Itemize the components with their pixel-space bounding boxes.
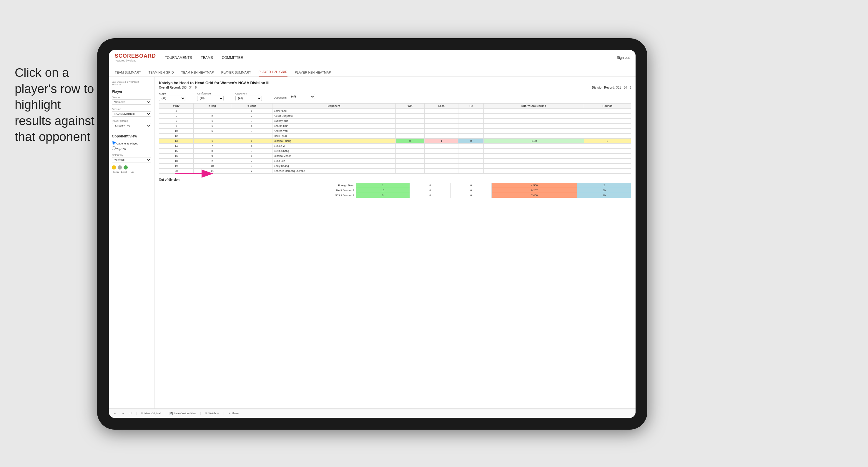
- tablet-frame: SCOREBOARD Powered by clippd TOURNAMENTS…: [97, 38, 647, 430]
- tab-team-summary[interactable]: TEAM SUMMARY: [115, 71, 141, 76]
- main-content: Last Updated: 27/03/2024 16:55:28 Player…: [109, 77, 636, 408]
- table-row[interactable]: 1474Eunice Yi: [159, 144, 631, 149]
- table-row[interactable]: 31Esther Lee: [159, 108, 631, 114]
- nav-tournaments[interactable]: TOURNAMENTS: [165, 54, 192, 61]
- col-reg: # Reg: [193, 103, 231, 108]
- redo-btn[interactable]: →: [120, 411, 125, 415]
- region-select[interactable]: (All): [159, 96, 185, 101]
- out-title: Out of division: [159, 178, 631, 181]
- instruction-text: Click on a player's row to highlight res…: [15, 65, 97, 145]
- nav-teams[interactable]: TEAMS: [201, 54, 213, 61]
- logo-text: SCOREBOARD: [115, 53, 156, 59]
- logo-sub: Powered by clippd: [115, 59, 156, 62]
- dot-level: [118, 165, 122, 169]
- col-rounds: Rounds: [584, 103, 631, 108]
- table-row[interactable]: 1585Stella Chang: [159, 149, 631, 154]
- colour-by-select[interactable]: Win/loss: [112, 157, 151, 162]
- player-rank-label: Player (Rank): [112, 120, 151, 122]
- out-table-row[interactable]: NAIA Division 115009.26730: [159, 188, 631, 193]
- table-row[interactable]: 522Alexis Sudjianto: [159, 114, 631, 119]
- col-opponent: Opponent: [272, 103, 396, 108]
- sidebar: Last Updated: 27/03/2024 16:55:28 Player…: [109, 77, 154, 408]
- tab-player-h2h-grid[interactable]: PLAYER H2H GRID: [259, 70, 287, 76]
- col-conf: # Conf: [231, 103, 272, 108]
- opponent-option-played[interactable]: Opponents Played: [112, 141, 151, 145]
- out-table-row[interactable]: Foreign Team1004.5002: [159, 183, 631, 188]
- tab-team-h2h-heatmap[interactable]: TEAM H2H HEATMAP: [181, 71, 214, 76]
- col-diff: Diff Av Strokes/Rnd: [484, 103, 584, 108]
- table-row[interactable]: 1691Jessica Mason: [159, 154, 631, 159]
- label-down: Down: [112, 171, 120, 173]
- player-section-title: Player: [112, 89, 151, 94]
- player-rank-select[interactable]: 8. Katelyn Vo: [112, 123, 151, 128]
- label-up: Up: [128, 171, 136, 173]
- opponent-view-title: Opponent view: [112, 134, 151, 138]
- bottom-toolbar: ← → ↺ | 👁 View: Original | 💾 Save Custom…: [109, 408, 636, 418]
- table-title: Katelyn Vo Head-to-Head Grid for Women's…: [159, 81, 631, 85]
- share-btn[interactable]: ↗ Share: [227, 411, 240, 415]
- colour-by-label: Colour by: [112, 154, 151, 157]
- out-table-row[interactable]: NCAA Division 25007.40010: [159, 193, 631, 198]
- col-loss: Loss: [425, 103, 458, 108]
- opponents-select[interactable]: (All): [289, 94, 315, 99]
- conference-select[interactable]: (All): [197, 96, 224, 101]
- opponents-filter-label: Opponents:: [274, 96, 287, 99]
- sign-out-link[interactable]: Sign out: [612, 56, 630, 60]
- opponent-filter: Opponent (All): [236, 92, 262, 101]
- top-nav: SCOREBOARD Powered by clippd TOURNAMENTS…: [109, 50, 636, 65]
- dot-up: [124, 165, 128, 169]
- sep2: |: [165, 412, 165, 415]
- nav-links: TOURNAMENTS TEAMS COMMITTEE: [165, 54, 612, 61]
- opponent-option-top100[interactable]: Top 100: [112, 146, 151, 151]
- tab-player-h2h-heatmap[interactable]: PLAYER H2H HEATMAP: [295, 71, 331, 76]
- opponent-label: Opponent: [236, 92, 262, 95]
- sep3: |: [200, 412, 201, 415]
- conference-label: Conference: [197, 92, 224, 95]
- tab-player-summary[interactable]: PLAYER SUMMARY: [221, 71, 251, 76]
- sep1: |: [136, 412, 136, 415]
- table-area: Katelyn Vo Head-to-Head Grid for Women's…: [154, 77, 636, 408]
- label-level: Level: [120, 171, 128, 173]
- division-label: Division: [112, 108, 151, 111]
- opponent-select[interactable]: (All): [236, 96, 262, 101]
- col-div: # Div: [159, 103, 194, 108]
- view-original-btn[interactable]: 👁 View: Original: [140, 411, 161, 415]
- table-row[interactable]: 19106Emily Chang: [159, 164, 631, 168]
- reset-btn[interactable]: ↺: [128, 411, 133, 415]
- legend-dots: [112, 165, 151, 169]
- tablet-screen: SCOREBOARD Powered by clippd TOURNAMENTS…: [109, 50, 636, 418]
- table-row[interactable]: 12Heeji Hyun: [159, 133, 631, 138]
- save-custom-view-btn[interactable]: 💾 Save Custom View: [168, 411, 197, 415]
- out-table: Foreign Team1004.5002NAIA Division 11500…: [159, 183, 631, 198]
- tab-team-h2h-grid[interactable]: TEAM H2H GRID: [149, 71, 174, 76]
- sep4: |: [223, 412, 224, 415]
- col-tie: Tie: [458, 103, 484, 108]
- overall-record: Overall Record: 353 - 34 - 6: [159, 86, 196, 89]
- logo-area: SCOREBOARD Powered by clippd: [115, 53, 156, 62]
- division-record: Division Record: 331 - 34 - 6: [592, 86, 631, 89]
- dot-labels: Down Level Up: [112, 171, 151, 173]
- conference-filter: Conference (All): [197, 92, 224, 101]
- table-row[interactable]: 1311Jessica Huang010-3.002: [159, 138, 631, 144]
- table-row[interactable]: 914Sharon Mun: [159, 124, 631, 129]
- last-updated: Last Updated: 27/03/2024 16:55:28: [112, 81, 151, 86]
- table-row[interactable]: 20117Federica Domecq Lacroze: [159, 168, 631, 174]
- col-win: Win: [396, 103, 425, 108]
- player-h2h-table: # Div # Reg # Conf Opponent Win Loss Tie…: [159, 103, 631, 174]
- table-row[interactable]: 1063Andrea York: [159, 129, 631, 133]
- region-filter: Region (All): [159, 92, 185, 101]
- table-record: Overall Record: 353 - 34 - 6 Division Re…: [159, 86, 631, 89]
- table-row[interactable]: 613Sydney Kuo: [159, 119, 631, 124]
- sub-nav: TEAM SUMMARY TEAM H2H GRID TEAM H2H HEAT…: [109, 65, 636, 77]
- nav-committee[interactable]: COMMITTEE: [222, 54, 243, 61]
- out-of-division: Out of division Foreign Team1004.5002NAI…: [159, 178, 631, 198]
- watch-btn[interactable]: 👁 Watch ▼: [204, 411, 220, 415]
- division-select[interactable]: NCAA Division III: [112, 111, 151, 117]
- undo-btn[interactable]: ←: [113, 411, 117, 415]
- filter-row: Region (All) Conference (All) Opponent: [159, 92, 631, 101]
- gender-select[interactable]: Women's: [112, 99, 151, 105]
- gender-label: Gender: [112, 96, 151, 99]
- region-label: Region: [159, 92, 185, 95]
- dot-down: [112, 165, 116, 169]
- table-row[interactable]: 1822Euna Lee: [159, 159, 631, 164]
